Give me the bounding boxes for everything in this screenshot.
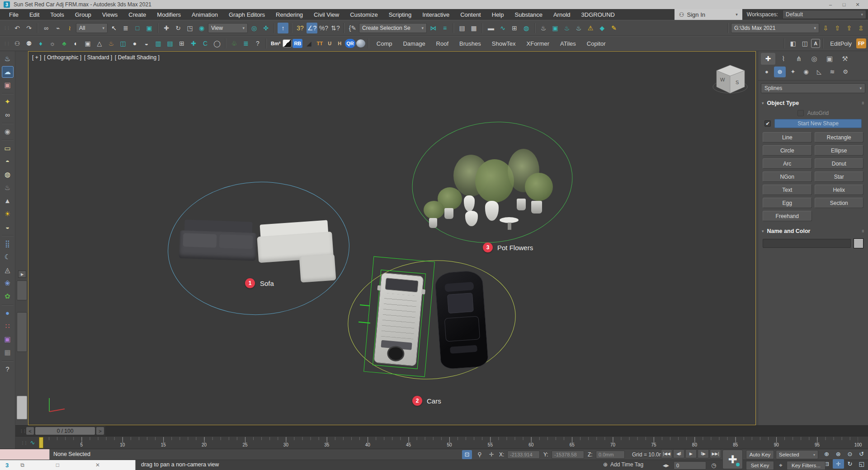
select-object-icon[interactable]: ↖ xyxy=(108,23,119,33)
maxscript-mini-listener[interactable] xyxy=(0,449,50,460)
viewport-menu-renderer[interactable]: [ Standard ] xyxy=(84,54,112,61)
snap-3d-icon[interactable]: 3? xyxy=(295,23,306,33)
viewport-menu-pov[interactable]: [ Orthographic ] xyxy=(44,54,81,61)
sphere-plugin-icon[interactable] xyxy=(356,39,365,47)
maximize-viewport-icon[interactable]: ◱ xyxy=(856,459,867,469)
menu-item-group[interactable]: Group xyxy=(70,10,97,19)
menu-item-substance[interactable]: Substance xyxy=(509,10,548,19)
select-place-icon[interactable]: ◉ xyxy=(196,23,207,33)
viewport[interactable]: [ + ][ Orthographic ][ Standard ][ Defau… xyxy=(28,51,756,425)
x-coordinate-field[interactable]: -2133.914 xyxy=(507,451,540,459)
selection-set-dropdown[interactable]: Create Selection Se▾ xyxy=(359,23,427,33)
workspace-dropdown[interactable]: Default ▾ xyxy=(783,10,866,19)
panda-icon[interactable]: ◐ xyxy=(71,38,81,49)
white-van-object[interactable] xyxy=(373,272,424,366)
align-icon[interactable]: ≡ xyxy=(439,23,450,33)
transform-typein-icon[interactable]: ✛ xyxy=(486,450,496,459)
h-plugin-icon[interactable]: H xyxy=(335,39,344,48)
editpoly-button[interactable]: EditPoly xyxy=(826,38,855,49)
project-folder-dropdown[interactable]: G:\3ds Max 2021▾ xyxy=(731,23,819,33)
add-time-tag[interactable]: ⊕ Add Time Tag xyxy=(603,461,643,468)
key-filters-paw-icon[interactable]: ⌖ xyxy=(776,461,786,470)
shapes-icon[interactable]: ⊚ xyxy=(774,66,786,77)
set-key-button[interactable]: Set Key xyxy=(746,461,774,470)
display-tab[interactable]: ▣ xyxy=(822,53,837,65)
prev-frame-arrow[interactable]: < xyxy=(26,427,34,435)
white-sofa-object[interactable] xyxy=(256,218,340,286)
monitor-teal-icon[interactable]: ▥ xyxy=(153,38,164,49)
minimize-icon[interactable]: □ xyxy=(56,462,59,468)
render-setup-icon[interactable]: ♨ xyxy=(538,23,549,33)
showtex-button[interactable]: ShowTex xyxy=(487,38,521,49)
play-button[interactable]: ▶ xyxy=(685,449,697,458)
keyboard-override-icon[interactable]: ↑ xyxy=(278,23,288,33)
toolbar-grip[interactable]: ⋮⋮ xyxy=(21,441,27,445)
pyramid-gizmo-icon[interactable]: ◬ xyxy=(2,264,14,276)
art-renderer-icon[interactable]: ✎ xyxy=(609,23,619,33)
collapsed-panel[interactable] xyxy=(17,396,27,419)
helpers-icon[interactable]: ◺ xyxy=(813,66,825,77)
orbit-icon[interactable]: ↻ xyxy=(844,459,856,469)
ref-coord-dropdown[interactable]: View▾ xyxy=(208,23,248,33)
black-car-object[interactable] xyxy=(434,270,489,370)
forest-bell-icon[interactable]: ♧ xyxy=(229,38,240,49)
start-new-shape-checkbox[interactable]: ✔ xyxy=(764,120,771,127)
blue-sphere-icon[interactable]: ● xyxy=(2,307,14,319)
claw-icon[interactable]: ♨ xyxy=(106,38,117,49)
eightball-icon[interactable]: ● xyxy=(129,38,140,49)
menu-item-edit[interactable]: Edit xyxy=(24,10,45,19)
asset-export-icon[interactable]: ⇫ xyxy=(855,23,866,33)
track-bar[interactable]: ⋮⋮ ∿ 51015202530354045505560657075808590… xyxy=(15,436,868,449)
arnold-render-icon[interactable]: ◆ xyxy=(597,23,608,33)
next-frame-button[interactable]: ‖▶ xyxy=(698,449,709,458)
collapsed-toolbar[interactable] xyxy=(17,280,27,300)
asset-open-icon[interactable]: ⇩ xyxy=(820,23,831,33)
a-box-icon[interactable]: ◫ xyxy=(118,38,128,49)
mirror-icon[interactable]: ⋈ xyxy=(428,23,439,33)
spinner-snap-icon[interactable]: ⇅? xyxy=(330,23,341,33)
shape-button-ellipse[interactable]: Ellipse xyxy=(815,145,864,156)
max-taskbar-icon[interactable]: 3 xyxy=(5,462,9,469)
copy-icon[interactable]: ⧉ xyxy=(20,462,24,468)
material-editor-icon[interactable]: ◍ xyxy=(521,23,532,33)
collapsed-toolbar[interactable] xyxy=(17,312,27,352)
tree-plugin-icon[interactable]: ♣ xyxy=(59,38,70,49)
spacewarps-icon[interactable]: ≋ xyxy=(826,66,838,77)
modify-tab[interactable]: ⌇ xyxy=(776,53,791,65)
time-slider-track[interactable] xyxy=(105,426,868,436)
atiles-button[interactable]: ATiles xyxy=(555,38,581,49)
toolbar-grip[interactable]: ⋮⋮ xyxy=(3,26,9,30)
brushes-button[interactable]: Brushes xyxy=(454,38,486,49)
c-circle-icon[interactable]: C xyxy=(200,38,211,49)
render-iterative-icon[interactable]: ♨ xyxy=(573,23,584,33)
menu-item-civil-view[interactable]: Civil View xyxy=(308,10,344,19)
window-grid-icon[interactable]: ⊞ xyxy=(176,38,187,49)
object-type-rollout-header[interactable]: ▾ Object Type ⠿ xyxy=(758,98,868,109)
sun-star-icon[interactable]: ☼ xyxy=(47,38,58,49)
percent-snap-icon[interactable]: %? xyxy=(318,23,329,33)
help-circle-icon[interactable]: ? xyxy=(252,38,263,49)
sign-in-button[interactable]: ⚇ Sign In ▾ xyxy=(675,9,742,20)
menu-item-interactive[interactable]: Interactive xyxy=(417,10,455,19)
menu-item-arnold[interactable]: Arnold xyxy=(548,10,576,19)
maximize-button[interactable]: □ xyxy=(837,2,851,8)
auto-key-button[interactable]: Auto Key xyxy=(746,450,774,459)
rendered-frame-icon[interactable]: ▣ xyxy=(550,23,561,33)
set-keys-button[interactable]: ✚ xyxy=(722,450,743,469)
object-name-field[interactable] xyxy=(763,239,851,248)
area-light-icon[interactable]: ▭ xyxy=(2,142,14,154)
menu-item-help[interactable]: Help xyxy=(486,10,509,19)
fp-button[interactable]: FP xyxy=(856,38,866,48)
help-icon[interactable]: ? xyxy=(2,363,14,375)
bitmap2material-icon[interactable]: Bm² xyxy=(269,39,282,48)
dot-matrix-icon[interactable]: ⣿ xyxy=(2,238,14,250)
view-cube[interactable]: W S xyxy=(707,59,752,104)
zoom-extents-icon[interactable]: ⊙ xyxy=(844,449,856,459)
selection-lock-icon[interactable]: ⚲ xyxy=(475,450,485,459)
shape-button-ngon[interactable]: NGon xyxy=(763,171,812,182)
motion-tab[interactable]: ◎ xyxy=(807,53,821,65)
mask-icon[interactable]: ◒ xyxy=(141,38,152,49)
flower-cloud-icon[interactable]: ❀ xyxy=(2,277,14,289)
start-new-shape-button[interactable]: Start New Shape xyxy=(774,119,862,128)
asset-import-icon[interactable]: ⇪ xyxy=(844,23,854,33)
